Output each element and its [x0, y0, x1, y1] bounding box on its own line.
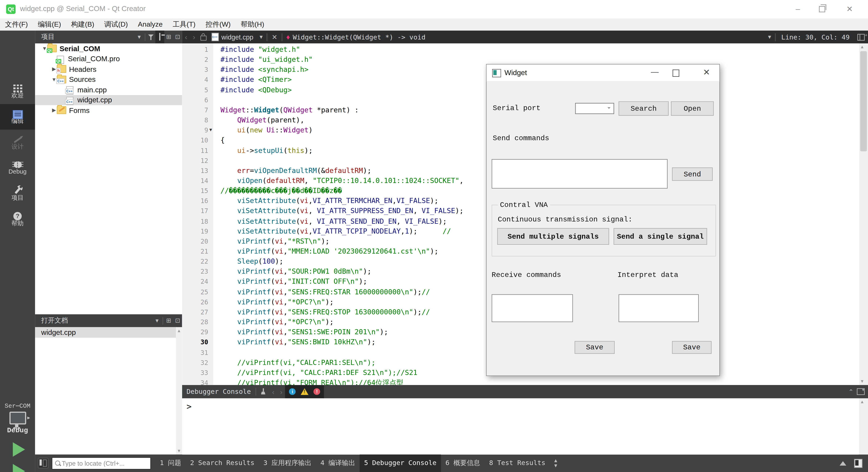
error-filter-icon[interactable]: !	[314, 388, 320, 395]
scroll-up-icon[interactable]: ▲	[859, 399, 865, 404]
close-document-icon[interactable]: ✕	[268, 33, 281, 41]
menu-item[interactable]: 编辑(E)	[33, 20, 66, 29]
output-tab-5-Debugger-Console[interactable]: 5 Debugger Console	[360, 454, 441, 472]
toggle-sidebar-icon[interactable]	[38, 458, 49, 469]
tree-item-Serial_COM.pro[interactable]: QtSerial_COM.pro	[35, 54, 182, 64]
widget-title-bar[interactable]: Widget — ✕	[487, 65, 719, 82]
open-document-item[interactable]: widget.cpp	[35, 327, 176, 337]
close-panel-icon[interactable]	[857, 388, 865, 395]
mode-debug-bug[interactable]: Debug	[0, 155, 35, 181]
send-commands-input[interactable]	[492, 159, 668, 189]
kit-selector-monitor-icon[interactable]	[9, 412, 26, 425]
menu-item[interactable]: 控件(W)	[200, 20, 236, 29]
scroll-up-icon[interactable]: ▲	[176, 328, 182, 333]
symbol-dropdown-icon[interactable]: ▾	[765, 31, 774, 43]
chevron-expanded-icon[interactable]: ▼	[51, 76, 57, 82]
output-tab-6-概要信息[interactable]: 6 概要信息	[441, 454, 485, 472]
close-button[interactable]: ✕	[841, 3, 858, 14]
scroll-up-icon[interactable]: ▲	[859, 44, 865, 49]
mode-projects-wrench[interactable]: 项目	[0, 181, 35, 206]
mode-help[interactable]: ?帮助	[0, 206, 35, 232]
output-tab-2-Search-Results[interactable]: 2 Search Results	[186, 454, 259, 472]
editor-scrollbar[interactable]: ▲ ▼	[859, 43, 868, 385]
menu-item[interactable]: 文件(F)	[0, 20, 33, 29]
back-icon[interactable]: ‹	[182, 33, 190, 41]
mode-design-pencil[interactable]: 设计	[0, 130, 35, 155]
send-button[interactable]: Send	[672, 167, 713, 181]
menu-item[interactable]: 工具(T)	[167, 20, 200, 29]
scrollbar-thumb[interactable]	[860, 51, 867, 151]
tree-item-Forms[interactable]: ▶Forms	[35, 105, 182, 115]
chevron-expanded-icon[interactable]: ▼	[42, 46, 47, 52]
scroll-down-icon[interactable]: ▼	[859, 379, 865, 384]
code-line-2[interactable]: 2#include "ui_widget.h"	[182, 55, 859, 65]
output-tab-3-应用程序输出[interactable]: 3 应用程序输出	[259, 454, 316, 472]
minimize-button[interactable]: –	[789, 3, 806, 14]
mode-welcome-grid[interactable]: 欢迎	[0, 78, 35, 104]
close-pane-icon[interactable]: ⊡	[173, 31, 182, 43]
output-pane-stepper-icon[interactable]: ▲▼	[553, 458, 558, 468]
widget-close-button[interactable]: ✕	[700, 66, 714, 78]
save-receive-button[interactable]: Save	[575, 341, 615, 354]
close-pane-icon[interactable]: ⊡	[173, 314, 182, 327]
warning-filter-icon[interactable]	[301, 388, 309, 395]
run-button[interactable]	[13, 442, 25, 457]
output-tab-1-问题[interactable]: 1 问题	[155, 454, 186, 472]
menu-item[interactable]: 帮助(H)	[236, 20, 269, 29]
tree-item-Sources[interactable]: ▼C++Sources	[35, 74, 182, 85]
tree-item-Serial_COM[interactable]: ▼QtSerial_COM	[35, 43, 182, 54]
code-line-34[interactable]: 34 //viPrintf(vi,"FORM REAl\n");//64位浮点型	[182, 378, 859, 385]
toggle-right-sidebar-icon[interactable]	[854, 459, 863, 468]
interpret-data-box[interactable]	[618, 294, 699, 322]
menu-item[interactable]: 构建(B)	[66, 20, 99, 29]
breadcrumb-symbol[interactable]: Widget::Widget(QWidget *) -> void	[293, 33, 426, 41]
forward-icon[interactable]: ›	[277, 387, 285, 396]
pane-dropdown-icon[interactable]: ▾	[135, 31, 144, 43]
expand-panel-icon[interactable]: ⌃	[848, 388, 854, 395]
output-tab-8-Test-Results[interactable]: 8 Test Results	[485, 454, 550, 472]
pane-dropdown-icon[interactable]: ▾	[153, 314, 161, 327]
scroll-down-icon[interactable]: ▼	[176, 448, 182, 453]
code-text: viPrintf(vi,"SOUR:POW1 0dBm\n");	[220, 267, 371, 277]
open-button[interactable]: Open	[671, 101, 714, 116]
open-documents-scrollbar[interactable]: ▲ ▼	[176, 327, 182, 454]
clear-console-icon[interactable]	[260, 388, 266, 395]
menu-item[interactable]: Analyze	[133, 21, 168, 29]
kit-selector-expand-icon[interactable]: ▸	[27, 414, 30, 420]
mode-edit-document[interactable]: 编辑	[0, 104, 35, 130]
split-pane-icon[interactable]: ⊞	[164, 31, 173, 43]
tree-item-Headers[interactable]: ▶hHeaders	[35, 64, 182, 74]
debug-run-button[interactable]	[13, 464, 25, 472]
locator-input[interactable]: Type to locate (Ctrl+...	[52, 457, 151, 469]
output-tab-4-编译输出[interactable]: 4 编译输出	[316, 454, 360, 472]
fold-marker-icon[interactable]: ▼	[209, 125, 212, 135]
widget-minimize-button[interactable]: —	[646, 66, 663, 78]
save-interpret-button[interactable]: Save	[672, 341, 712, 354]
menu-item[interactable]: 调试(D)	[99, 20, 133, 29]
split-editor-icon[interactable]	[857, 34, 865, 40]
restore-button[interactable]	[819, 6, 825, 12]
widget-maximize-button[interactable]	[673, 70, 679, 77]
send-single-signal-button[interactable]: Send a single signal	[614, 228, 707, 245]
receive-commands-box[interactable]	[492, 294, 573, 322]
expand-output-icon[interactable]	[839, 461, 846, 466]
send-multiple-signals-button[interactable]: Send multiple signals	[497, 228, 609, 245]
debugger-console-output[interactable]: >	[182, 398, 859, 454]
code-text: viSetAttribute(vi, VI_ATTR_SUPPRESS_END_…	[220, 206, 463, 216]
sync-with-editor-icon[interactable]	[155, 31, 164, 43]
split-pane-icon[interactable]: ⊞	[164, 314, 173, 327]
tree-item-main.cpp[interactable]: C++main.cpp	[35, 85, 182, 95]
serial-port-combobox[interactable]	[575, 103, 614, 114]
filter-icon[interactable]	[148, 34, 154, 40]
chevron-collapsed-icon[interactable]: ▶	[51, 66, 57, 72]
breadcrumb-file-name[interactable]: widget.cpp	[221, 33, 253, 41]
code-line-1[interactable]: 1#include "widget.h"	[182, 44, 859, 55]
chevron-collapsed-icon[interactable]: ▶	[51, 107, 57, 113]
search-button[interactable]: Search	[618, 101, 669, 116]
info-filter-icon[interactable]: i	[289, 388, 296, 395]
back-icon[interactable]: ‹	[269, 387, 277, 396]
file-dropdown-icon[interactable]: ▾	[257, 31, 266, 43]
console-scrollbar[interactable]: ▲	[859, 398, 868, 454]
tree-item-widget.cpp[interactable]: C++widget.cpp	[35, 95, 182, 105]
forward-icon[interactable]: ›	[190, 33, 198, 41]
